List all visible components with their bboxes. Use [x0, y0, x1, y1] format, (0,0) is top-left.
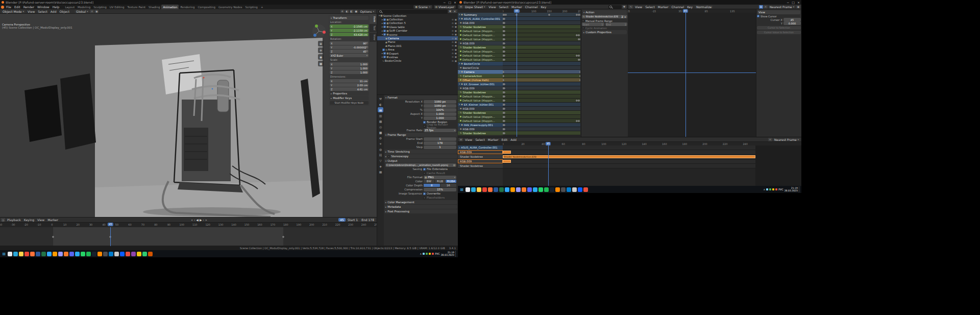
taskbar-app-icon[interactable] [533, 187, 537, 192]
output-path-field[interactable]: C:\Users\lebron\Desktop\..._animation_ro… [385, 163, 456, 167]
taskbar-app-icon[interactable] [522, 187, 526, 192]
taskbar-app-icon[interactable] [109, 252, 113, 256]
graph-playhead[interactable]: 45 [683, 9, 688, 13]
outliner-row-scifi-corridor[interactable]: ▸✓▦Scifi Corridor⊙▣ [377, 29, 458, 33]
nla-track-rgb-009[interactable]: RGB.009 [458, 159, 503, 164]
taskbar-app-icon[interactable] [103, 252, 108, 256]
manual-range-checkbox[interactable] [582, 19, 584, 22]
timeline-menu-marker[interactable]: Marker [46, 218, 60, 222]
keyframe-diamond[interactable] [503, 119, 505, 122]
outliner-row-export[interactable]: ▸✓▦Export⊙▣ [377, 52, 458, 55]
keyframe-diamond[interactable] [578, 34, 580, 36]
viewport-menu-object[interactable]: Object [58, 10, 71, 13]
dope-channel-default-value-mappin[interactable]: Default Value (Mappin... [458, 37, 503, 41]
taskbar-app-icon[interactable] [19, 252, 23, 256]
viewport-menu-add[interactable]: Add [49, 10, 58, 13]
nla-menu-add[interactable]: Add [509, 138, 518, 141]
keyframe-diamond[interactable] [548, 13, 550, 15]
rotation-x-field[interactable]: X90° [330, 41, 369, 45]
taskbar-app-icon[interactable] [505, 187, 509, 192]
keyframe-diamond[interactable] [503, 99, 505, 101]
add-workspace-button[interactable]: + [259, 5, 265, 9]
dope-key-lane[interactable] [503, 54, 580, 58]
timeline-menu-view[interactable]: View [36, 218, 46, 222]
properties-tab-material[interactable]: ◈ [378, 163, 383, 168]
output-panel-header[interactable]: ▾Output [384, 159, 457, 163]
action-id-field[interactable]: ↻ Shader NodetreeAction.020 2 × [582, 15, 627, 18]
outliner-options-icon[interactable]: ▾ [453, 10, 457, 13]
properties-tab-view-layer[interactable]: ▥ [378, 113, 383, 118]
frame-rate-dropdown[interactable]: 25 fps▾ [424, 129, 456, 132]
taskbar-app-icon[interactable] [24, 252, 29, 256]
close-button[interactable]: × [454, 1, 456, 4]
nla-strip[interactable] [503, 160, 511, 163]
taskbar-app-icon[interactable] [114, 252, 119, 256]
viewport-menu-select[interactable]: Select [36, 10, 49, 13]
keyframe-diamond[interactable] [578, 99, 580, 101]
outliner-row-area[interactable]: ✓◎Area⊙▣ [377, 48, 458, 52]
dope-channel-offset-follow-path[interactable]: Offset (Follow Path) [458, 78, 503, 82]
keyframe-diamond[interactable] [503, 46, 505, 48]
taskbar-clock[interactable]: 21:1928.03.2023 [785, 187, 798, 192]
dope-menu-view[interactable]: View [487, 5, 497, 9]
dope-key-lane[interactable] [503, 119, 580, 123]
npanel-tab-item[interactable]: Item [370, 15, 377, 23]
scale-z-field[interactable]: Z1.000 [330, 70, 369, 74]
timeline-playhead[interactable]: 45 [108, 223, 113, 226]
hide-in-viewport-icon[interactable]: ⊙ [452, 52, 454, 55]
graph-editor-icon[interactable]: ∿ [629, 5, 633, 9]
taskbar-app-icon[interactable] [13, 252, 18, 256]
nla-strip-area[interactable]: Shader NodetreeAction.020 [503, 146, 755, 186]
nla-track-shader-nodetree[interactable]: Shader Nodetree [458, 155, 503, 159]
nla-strip-shader-nodetreeaction-020[interactable]: Shader NodetreeAction.020 [503, 155, 755, 158]
properties-tab-constraints[interactable]: ⛓ [378, 152, 383, 157]
copy-icon[interactable]: ⧉ [759, 5, 763, 9]
file-extensions-checkbox[interactable]: ✓ [423, 168, 426, 171]
disclosure-triangle-icon[interactable]: ▸ [382, 18, 383, 21]
overwrite-checkbox[interactable]: ✓ [423, 192, 426, 195]
nla-track-lane[interactable]: Shader NodetreeAction.020 [503, 155, 755, 159]
graph-menu-channel[interactable]: Channel [670, 5, 686, 9]
workspace-tab-texture-paint[interactable]: Texture Paint [126, 5, 148, 9]
keyframe-diamond[interactable] [578, 119, 580, 122]
dope-channel-beziercircle[interactable]: ▾◆BezierCircle [458, 62, 503, 66]
dope-key-lane[interactable] [503, 17, 580, 21]
taskbar-clock[interactable]: 21:1928.03.2023 [441, 251, 454, 257]
tray-icon[interactable] [766, 188, 768, 190]
keyframe-diamond[interactable] [503, 91, 505, 93]
window-titlebar[interactable]: Blender [F:\Pafund-server-room\Vdss\occu… [0, 0, 458, 5]
disclosure-triangle-icon[interactable]: ▸ [382, 30, 383, 32]
taskbar-app-icon[interactable] [583, 187, 588, 192]
taskbar-app-icon[interactable] [494, 187, 498, 192]
language-indicator[interactable]: РУС [435, 252, 440, 255]
maximize-button[interactable]: □ [448, 1, 451, 4]
collection-checkbox[interactable]: ✓ [383, 30, 386, 32]
dope-key-lane[interactable] [503, 131, 580, 135]
npanel-title[interactable]: ▾Transform [330, 16, 369, 20]
hide-in-viewport-icon[interactable]: ⊙ [452, 22, 454, 25]
show-cursor-checkbox[interactable]: ✓ [757, 15, 760, 17]
keyframe-diamond[interactable] [503, 21, 505, 23]
keyframe-diamond[interactable] [503, 95, 505, 97]
dope-menu-select[interactable]: Select [498, 5, 510, 9]
nla-menu-marker[interactable]: Marker [486, 138, 500, 141]
outliner-row-scene[interactable]: ▾✓▦scene⊙▣ [377, 33, 458, 36]
taskbar-app-icon[interactable] [137, 252, 141, 256]
folder-icon[interactable]: ▤ [453, 164, 455, 166]
properties-tab-physics[interactable]: ◍ [378, 147, 383, 152]
dope-sheet-editor-icon[interactable]: ≡ [459, 5, 463, 9]
format-aspect-x-field[interactable]: 1.000 [424, 112, 456, 116]
topbar-menu-file[interactable]: File [5, 5, 13, 9]
action-start-field[interactable]: Start1 [582, 22, 604, 26]
timeline-menu-keying[interactable]: Keying [22, 218, 36, 222]
taskbar-app-icon[interactable] [120, 252, 125, 256]
keyframe-diamond[interactable] [579, 75, 580, 77]
collection-checkbox[interactable]: ✓ [383, 33, 386, 36]
crop-checkbox[interactable] [423, 125, 426, 128]
disclosure-triangle-icon[interactable]: ▸ [382, 22, 383, 25]
filter-icon[interactable]: ▼ [622, 5, 626, 9]
taskbar-app-icon[interactable] [555, 187, 560, 192]
outliner-row-scene-collection[interactable]: ▾▩Scene Collection [377, 14, 458, 17]
rotation-y-field[interactable]: Y-0.000002° [330, 45, 369, 49]
start-button[interactable]: ⊞ [1, 251, 7, 257]
